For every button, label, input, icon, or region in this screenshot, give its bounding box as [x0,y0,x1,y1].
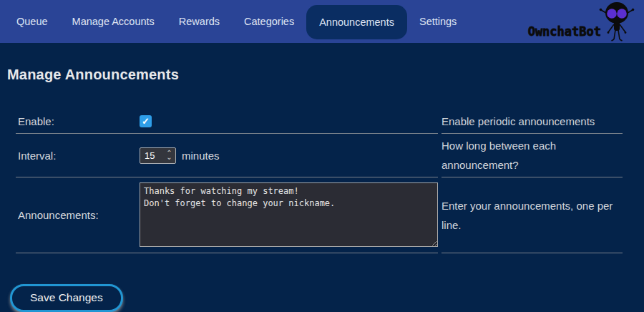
stepper-down-icon[interactable]: ⌄ [166,155,172,160]
nav-item-categories[interactable]: Categories [232,0,306,43]
interval-input[interactable] [140,150,163,161]
page-title: Manage Announcements [7,67,644,83]
brand-logo: OwnchatBot [528,0,635,43]
top-navbar: Queue Manage Accounts Rewards Categories… [0,0,644,43]
announcements-description-text: Enter your announcements, one per line. [441,196,623,235]
announcements-settings-form: Enable: ✓ Enable periodic announcements … [16,109,623,253]
nav-item-announcements[interactable]: Announcements [306,5,407,39]
save-changes-button[interactable]: Save Changes [10,284,123,312]
row-interval-left: Interval: ⌃ ⌄ minutes [16,134,438,177]
nav-item-rewards[interactable]: Rewards [167,0,232,43]
interval-label: Interval: [16,150,140,162]
enable-description-text: Enable periodic announcements [441,112,595,131]
nav-item-queue[interactable]: Queue [4,0,60,43]
row-interval: Interval: ⌃ ⌄ minutes How long between e… [16,134,623,177]
row-enable-left: Enable: ✓ [16,109,438,134]
row-announcements-left: Announcements: Thanks for watching my st… [16,177,438,253]
checkmark-icon: ✓ [142,117,150,126]
interval-input-box: ⌃ ⌄ [140,147,176,164]
announcements-description: Enter your announcements, one per line. [441,177,623,253]
enable-checkbox[interactable]: ✓ [140,115,152,127]
row-announcements: Announcements: Thanks for watching my st… [16,177,623,253]
enable-label: Enable: [16,115,140,127]
row-enable: Enable: ✓ Enable periodic announcements [16,109,623,134]
nav-item-settings[interactable]: Settings [407,0,469,43]
brand-logo-text: OwnchatBot [528,24,601,39]
interval-description-text: How long between each announcement? [441,136,623,175]
interval-description: How long between each announcement? [441,134,623,177]
robot-mascot-icon [598,1,635,42]
interval-unit-label: minutes [182,150,220,162]
announcements-textarea[interactable]: Thanks for watching my stream! Don't for… [140,182,438,247]
nav-item-manage-accounts[interactable]: Manage Accounts [60,0,167,43]
interval-stepper[interactable]: ⌃ ⌄ [163,151,175,160]
enable-description: Enable periodic announcements [441,109,623,134]
announcements-label: Announcements: [16,209,140,221]
